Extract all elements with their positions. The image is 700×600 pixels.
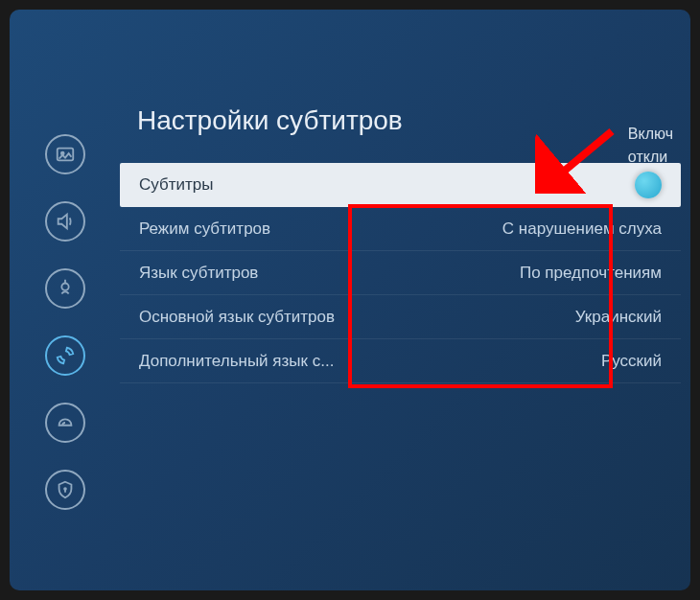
row-value: Украинский bbox=[575, 308, 662, 327]
row-value: По предпочтениям bbox=[520, 264, 662, 283]
row-label: Режим субтитров bbox=[139, 219, 502, 239]
description-line: откли bbox=[628, 146, 673, 169]
description-panel: Включ откли bbox=[628, 123, 673, 169]
tv-settings-screen: Настройки субтитров Субтитры Режим субти… bbox=[10, 10, 690, 590]
picture-icon[interactable] bbox=[45, 134, 85, 174]
description-line: Включ bbox=[628, 123, 673, 146]
secondary-subtitle-language-row[interactable]: Дополнительный язык с... Русский bbox=[120, 339, 681, 383]
svg-point-3 bbox=[64, 488, 66, 490]
subtitle-language-row[interactable]: Язык субтитров По предпочтениям bbox=[120, 251, 681, 295]
main-panel: Настройки субтитров Субтитры Режим субти… bbox=[120, 105, 690, 590]
primary-subtitle-language-row[interactable]: Основной язык субтитров Украинский bbox=[120, 295, 681, 339]
general-icon[interactable] bbox=[45, 335, 85, 376]
row-value: С нарушением слуха bbox=[502, 219, 662, 239]
privacy-icon[interactable] bbox=[45, 470, 85, 510]
row-label: Язык субтитров bbox=[139, 264, 520, 283]
subtitles-toggle-row[interactable]: Субтитры bbox=[120, 163, 681, 207]
submenu: Режим субтитров С нарушением слуха Язык … bbox=[120, 207, 681, 383]
content-area: Настройки субтитров Субтитры Режим субти… bbox=[10, 10, 690, 590]
subtitles-label: Субтитры bbox=[139, 175, 635, 195]
subtitle-mode-row[interactable]: Режим субтитров С нарушением слуха bbox=[120, 207, 681, 251]
toggle-on-icon[interactable] bbox=[635, 172, 662, 198]
sidebar bbox=[10, 105, 120, 590]
page-title: Настройки субтитров bbox=[120, 105, 681, 136]
row-value: Русский bbox=[601, 352, 662, 371]
sound-icon[interactable] bbox=[45, 201, 85, 242]
row-label: Основной язык субтитров bbox=[139, 308, 575, 327]
support-icon[interactable] bbox=[45, 403, 85, 443]
svg-point-2 bbox=[61, 284, 68, 290]
broadcast-icon[interactable] bbox=[45, 268, 85, 309]
row-label: Дополнительный язык с... bbox=[139, 352, 601, 371]
